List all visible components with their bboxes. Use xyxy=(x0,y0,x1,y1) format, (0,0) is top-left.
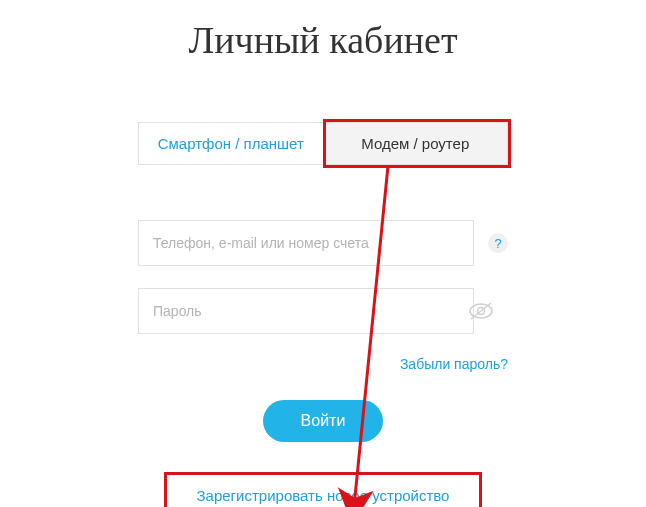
login-button[interactable]: Войти xyxy=(263,400,384,442)
svg-line-3 xyxy=(354,166,388,507)
eye-off-icon[interactable] xyxy=(468,302,494,320)
login-form: Смартфон / планшет Модем / роутер ? Забы… xyxy=(138,122,508,507)
device-tabs: Смартфон / планшет Модем / роутер xyxy=(138,122,508,165)
password-input[interactable] xyxy=(138,288,474,334)
tab-smartphone[interactable]: Смартфон / планшет xyxy=(139,123,324,164)
register-device-link[interactable]: Зарегистрировать новое устройство xyxy=(169,477,478,507)
annotation-highlight-register: Зарегистрировать новое устройство xyxy=(164,472,483,507)
tab-modem[interactable]: Модем / роутер xyxy=(324,123,508,164)
register-row: Зарегистрировать новое устройство xyxy=(138,472,508,507)
help-icon[interactable]: ? xyxy=(488,233,508,253)
login-input[interactable] xyxy=(138,220,474,266)
page-title: Личный кабинет xyxy=(0,18,646,62)
login-row: ? xyxy=(138,220,508,266)
password-row xyxy=(138,288,508,334)
forgot-password-link[interactable]: Забыли пароль? xyxy=(138,356,508,372)
login-button-row: Войти xyxy=(138,400,508,442)
